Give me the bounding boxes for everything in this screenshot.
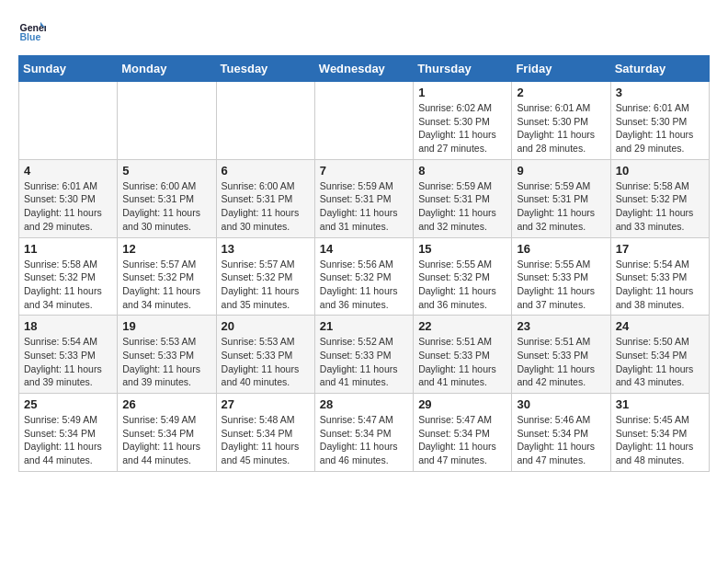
- calendar-cell: [118, 82, 216, 160]
- day-info: Sunrise: 5:51 AM Sunset: 5:33 PM Dayligh…: [517, 335, 605, 389]
- day-number: 16: [517, 242, 605, 256]
- calendar-weekday-header: Saturday: [610, 56, 709, 82]
- calendar-cell: 16Sunrise: 5:55 AM Sunset: 5:33 PM Dayli…: [512, 237, 610, 316]
- day-info: Sunrise: 5:54 AM Sunset: 5:33 PM Dayligh…: [616, 258, 704, 312]
- day-number: 29: [418, 397, 506, 411]
- day-number: 2: [517, 86, 605, 99]
- day-info: Sunrise: 5:53 AM Sunset: 5:33 PM Dayligh…: [122, 335, 210, 389]
- day-info: Sunrise: 5:54 AM Sunset: 5:33 PM Dayligh…: [24, 335, 112, 389]
- day-number: 20: [222, 319, 310, 333]
- calendar-cell: 23Sunrise: 5:51 AM Sunset: 5:33 PM Dayli…: [512, 316, 610, 394]
- day-info: Sunrise: 5:57 AM Sunset: 5:32 PM Dayligh…: [222, 258, 310, 312]
- calendar-cell: 25Sunrise: 5:49 AM Sunset: 5:34 PM Dayli…: [19, 394, 118, 472]
- day-number: 26: [122, 397, 210, 411]
- day-number: 13: [222, 242, 310, 256]
- day-number: 3: [616, 86, 704, 99]
- day-number: 12: [122, 242, 210, 256]
- day-number: 30: [517, 397, 605, 411]
- day-info: Sunrise: 5:56 AM Sunset: 5:32 PM Dayligh…: [320, 258, 408, 312]
- day-number: 9: [517, 164, 605, 178]
- day-number: 6: [222, 164, 310, 178]
- day-info: Sunrise: 5:57 AM Sunset: 5:32 PM Dayligh…: [122, 258, 210, 312]
- svg-text:Blue: Blue: [20, 31, 41, 42]
- calendar-cell: 1Sunrise: 6:02 AM Sunset: 5:30 PM Daylig…: [414, 82, 512, 160]
- calendar-cell: 9Sunrise: 5:59 AM Sunset: 5:31 PM Daylig…: [512, 159, 610, 237]
- day-info: Sunrise: 5:52 AM Sunset: 5:33 PM Dayligh…: [320, 335, 408, 389]
- calendar-cell: 30Sunrise: 5:46 AM Sunset: 5:34 PM Dayli…: [512, 394, 610, 472]
- day-number: 31: [616, 397, 704, 411]
- day-number: 4: [24, 164, 112, 178]
- calendar-cell: 12Sunrise: 5:57 AM Sunset: 5:32 PM Dayli…: [118, 237, 216, 316]
- day-number: 5: [122, 164, 210, 178]
- day-number: 19: [122, 319, 210, 333]
- calendar-cell: 29Sunrise: 5:47 AM Sunset: 5:34 PM Dayli…: [414, 394, 512, 472]
- day-info: Sunrise: 5:49 AM Sunset: 5:34 PM Dayligh…: [122, 413, 210, 467]
- calendar-cell: 20Sunrise: 5:53 AM Sunset: 5:33 PM Dayli…: [216, 316, 314, 394]
- calendar-cell: 14Sunrise: 5:56 AM Sunset: 5:32 PM Dayli…: [314, 237, 413, 316]
- calendar-cell: 8Sunrise: 5:59 AM Sunset: 5:31 PM Daylig…: [414, 159, 512, 237]
- calendar-cell: 5Sunrise: 6:00 AM Sunset: 5:31 PM Daylig…: [118, 159, 216, 237]
- calendar-weekday-header: Tuesday: [216, 56, 314, 82]
- calendar-body: 1Sunrise: 6:02 AM Sunset: 5:30 PM Daylig…: [19, 82, 710, 472]
- calendar-cell: 26Sunrise: 5:49 AM Sunset: 5:34 PM Dayli…: [118, 394, 216, 472]
- calendar-cell: 28Sunrise: 5:47 AM Sunset: 5:34 PM Dayli…: [314, 394, 413, 472]
- day-number: 22: [418, 319, 506, 333]
- day-info: Sunrise: 6:01 AM Sunset: 5:30 PM Dayligh…: [616, 101, 704, 155]
- calendar-cell: [216, 82, 314, 160]
- calendar-weekday-header: Friday: [512, 56, 610, 82]
- day-number: 25: [24, 397, 112, 411]
- day-number: 28: [320, 397, 408, 411]
- day-info: Sunrise: 5:51 AM Sunset: 5:33 PM Dayligh…: [418, 335, 506, 389]
- calendar-cell: 4Sunrise: 6:01 AM Sunset: 5:30 PM Daylig…: [19, 159, 118, 237]
- calendar-cell: 7Sunrise: 5:59 AM Sunset: 5:31 PM Daylig…: [314, 159, 413, 237]
- calendar-table: SundayMondayTuesdayWednesdayThursdayFrid…: [18, 55, 710, 472]
- calendar-cell: [19, 82, 118, 160]
- calendar-cell: 13Sunrise: 5:57 AM Sunset: 5:32 PM Dayli…: [216, 237, 314, 316]
- day-number: 15: [418, 242, 506, 256]
- day-info: Sunrise: 5:50 AM Sunset: 5:34 PM Dayligh…: [616, 335, 704, 389]
- calendar-weekday-header: Thursday: [414, 56, 512, 82]
- day-number: 27: [222, 397, 310, 411]
- day-info: Sunrise: 5:59 AM Sunset: 5:31 PM Dayligh…: [320, 179, 408, 234]
- day-number: 7: [320, 164, 408, 178]
- calendar-weekday-header: Sunday: [19, 56, 118, 82]
- calendar-cell: 17Sunrise: 5:54 AM Sunset: 5:33 PM Dayli…: [610, 237, 709, 316]
- day-number: 17: [616, 242, 704, 256]
- day-number: 21: [320, 319, 408, 333]
- calendar-cell: 24Sunrise: 5:50 AM Sunset: 5:34 PM Dayli…: [610, 316, 709, 394]
- calendar-week-row: 25Sunrise: 5:49 AM Sunset: 5:34 PM Dayli…: [19, 394, 710, 472]
- page-header: General Blue: [18, 18, 710, 46]
- calendar-cell: [314, 82, 413, 160]
- day-info: Sunrise: 6:00 AM Sunset: 5:31 PM Dayligh…: [122, 179, 210, 234]
- calendar-cell: 15Sunrise: 5:55 AM Sunset: 5:32 PM Dayli…: [414, 237, 512, 316]
- day-info: Sunrise: 5:46 AM Sunset: 5:34 PM Dayligh…: [517, 413, 605, 467]
- calendar-cell: 3Sunrise: 6:01 AM Sunset: 5:30 PM Daylig…: [610, 82, 709, 160]
- calendar-week-row: 1Sunrise: 6:02 AM Sunset: 5:30 PM Daylig…: [19, 82, 710, 160]
- day-number: 11: [24, 242, 112, 256]
- day-info: Sunrise: 5:48 AM Sunset: 5:34 PM Dayligh…: [222, 413, 310, 467]
- day-number: 23: [517, 319, 605, 333]
- day-number: 14: [320, 242, 408, 256]
- day-info: Sunrise: 5:53 AM Sunset: 5:33 PM Dayligh…: [222, 335, 310, 389]
- calendar-cell: 10Sunrise: 5:58 AM Sunset: 5:32 PM Dayli…: [610, 159, 709, 237]
- day-info: Sunrise: 5:55 AM Sunset: 5:33 PM Dayligh…: [517, 258, 605, 312]
- calendar-cell: 22Sunrise: 5:51 AM Sunset: 5:33 PM Dayli…: [414, 316, 512, 394]
- day-number: 8: [418, 164, 506, 178]
- day-info: Sunrise: 5:58 AM Sunset: 5:32 PM Dayligh…: [616, 179, 704, 234]
- calendar-cell: 2Sunrise: 6:01 AM Sunset: 5:30 PM Daylig…: [512, 82, 610, 160]
- day-number: 18: [24, 319, 112, 333]
- calendar-cell: 19Sunrise: 5:53 AM Sunset: 5:33 PM Dayli…: [118, 316, 216, 394]
- calendar-cell: 21Sunrise: 5:52 AM Sunset: 5:33 PM Dayli…: [314, 316, 413, 394]
- day-info: Sunrise: 6:01 AM Sunset: 5:30 PM Dayligh…: [517, 101, 605, 155]
- calendar-week-row: 18Sunrise: 5:54 AM Sunset: 5:33 PM Dayli…: [19, 316, 710, 394]
- calendar-cell: 11Sunrise: 5:58 AM Sunset: 5:32 PM Dayli…: [19, 237, 118, 316]
- day-number: 1: [418, 86, 506, 99]
- calendar-weekday-header: Monday: [118, 56, 216, 82]
- day-number: 24: [616, 319, 704, 333]
- day-info: Sunrise: 5:47 AM Sunset: 5:34 PM Dayligh…: [320, 413, 408, 467]
- logo: General Blue: [18, 18, 48, 46]
- day-info: Sunrise: 6:01 AM Sunset: 5:30 PM Dayligh…: [24, 179, 112, 234]
- day-info: Sunrise: 5:47 AM Sunset: 5:34 PM Dayligh…: [418, 413, 506, 467]
- calendar-weekday-header: Wednesday: [314, 56, 413, 82]
- day-number: 10: [616, 164, 704, 178]
